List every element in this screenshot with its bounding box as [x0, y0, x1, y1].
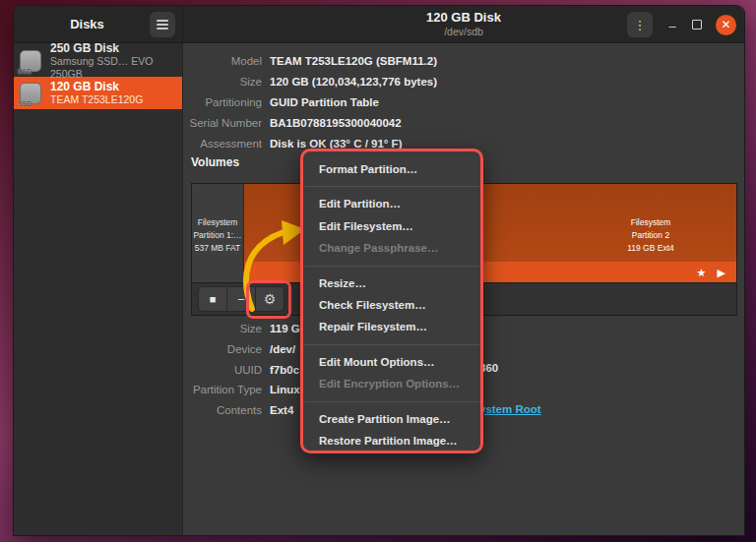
- ssd-drive-icon: SSD: [19, 82, 42, 105]
- window-controls: ⋮ – ✕: [627, 6, 736, 43]
- info-row-model: Model TEAM T253LE120G (SBFM11.2): [183, 51, 744, 72]
- disk-detail-panel: Model TEAM T253LE120G (SBFM11.2) Size 12…: [183, 43, 744, 536]
- stop-icon: ■: [210, 294, 217, 305]
- delete-partition-button[interactable]: −: [226, 286, 256, 312]
- menu-item-edit-encryption-options: Edit Encryption Options…: [303, 373, 480, 394]
- window-subtitle: /dev/sdb: [426, 26, 501, 37]
- partition1-line1: Filesystem: [192, 216, 243, 229]
- partition-1-cell[interactable]: Filesystem Partition 1:… 537 MB FAT: [192, 184, 244, 282]
- menu-separator: [303, 266, 480, 267]
- additional-partition-options-button[interactable]: ⚙: [255, 286, 284, 312]
- menu-item-edit-mount-options[interactable]: Edit Mount Options…: [303, 351, 480, 373]
- disk-name: 120 GB Disk: [50, 80, 143, 93]
- menu-item-create-partition-image[interactable]: Create Partition Image…: [303, 408, 480, 430]
- ssd-drive-icon: SSD: [19, 49, 42, 73]
- menu-item-resize[interactable]: Resize…: [303, 272, 480, 294]
- sidebar-header: Disks: [14, 6, 183, 42]
- star-play-icons: ★ ▶: [697, 267, 729, 279]
- hamburger-menu-button[interactable]: [150, 12, 175, 37]
- menu-item-benchmark-partition[interactable]: Benchmark Partition…: [303, 452, 480, 453]
- volumes-section-title: Volumes: [191, 155, 239, 169]
- window-title-block: 120 GB Disk /dev/sdb: [426, 11, 501, 37]
- info-row-size: Size 120 GB (120,034,123,776 bytes): [183, 72, 744, 92]
- filesystem-root-link[interactable]: ystem Root: [479, 403, 541, 415]
- menu-item-repair-filesystem[interactable]: Repair Filesystem…: [303, 316, 480, 337]
- menu-separator: [303, 186, 480, 187]
- partition-options-menu: Format Partition… Edit Partition… Edit F…: [303, 151, 480, 453]
- sidebar-item-250gb-disk[interactable]: SSD 250 GB Disk Samsung SSD… EVO 250GB: [14, 44, 182, 77]
- menu-separator: [303, 401, 480, 402]
- disk-model: TEAM T253LE120G: [50, 93, 143, 106]
- menu-item-change-passphrase: Change Passphrase…: [303, 237, 480, 259]
- window-title: 120 GB Disk: [426, 11, 501, 26]
- menu-item-format-partition[interactable]: Format Partition…: [303, 158, 480, 180]
- close-icon[interactable]: ✕: [716, 15, 736, 35]
- menu-item-check-filesystem[interactable]: Check Filesystem…: [303, 294, 480, 316]
- disk-list-sidebar: SSD 250 GB Disk Samsung SSD… EVO 250GB S…: [14, 43, 183, 536]
- info-row-serial-number: Serial Number BA1B0788195300040042: [183, 112, 744, 133]
- unmount-button[interactable]: ■: [198, 286, 227, 312]
- menu-item-edit-filesystem[interactable]: Edit Filesystem…: [303, 215, 480, 237]
- main-header: 120 GB Disk /dev/sdb ⋮ – ✕: [183, 6, 744, 42]
- headerbar: Disks 120 GB Disk /dev/sdb ⋮ – ✕: [14, 6, 744, 43]
- partition1-line2: Partition 1:…: [192, 229, 243, 242]
- menu-item-edit-partition[interactable]: Edit Partition…: [303, 193, 480, 214]
- menu-separator: [303, 344, 480, 345]
- disk-model: Samsung SSD… EVO 250GB: [50, 55, 176, 80]
- partition-menu-annotation: Format Partition… Edit Partition… Edit F…: [300, 149, 483, 453]
- menu-item-restore-partition-image[interactable]: Restore Partition Image…: [303, 430, 480, 452]
- disk-info-table: Model TEAM T253LE120G (SBFM11.2) Size 12…: [183, 51, 744, 153]
- info-row-partitioning: Partitioning GUID Partition Table: [183, 92, 744, 113]
- disks-window: Disks 120 GB Disk /dev/sdb ⋮ – ✕ SSD: [13, 5, 745, 536]
- partition1-line3: 537 MB FAT: [192, 242, 243, 255]
- partition2-line2: Partition 2: [592, 229, 710, 242]
- gear-icon: ⚙: [264, 292, 277, 306]
- minimize-icon[interactable]: –: [666, 18, 678, 31]
- sidebar-item-120gb-disk[interactable]: SSD 120 GB Disk TEAM T253LE120G: [14, 77, 182, 109]
- kebab-menu-icon[interactable]: ⋮: [627, 12, 653, 37]
- maximize-icon[interactable]: [692, 20, 702, 30]
- partition2-line3: 119 GB Ext4: [592, 242, 710, 255]
- partition2-line1: Filesystem: [592, 216, 710, 229]
- disk-name: 250 GB Disk: [50, 41, 176, 55]
- minus-icon: −: [237, 293, 245, 306]
- app-title: Disks: [70, 17, 104, 31]
